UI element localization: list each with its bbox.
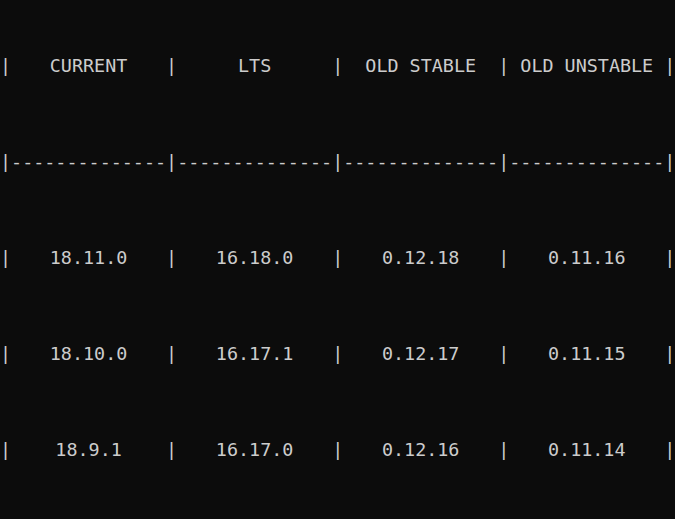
cell-old-unstable: -------------- xyxy=(509,150,664,174)
column-separator-pipe: | xyxy=(166,438,177,462)
table-separator-row: | -------------- | -------------- | ----… xyxy=(0,150,675,174)
column-separator-pipe: | xyxy=(332,342,343,366)
column-separator-pipe: | xyxy=(498,150,509,174)
column-separator-pipe: | xyxy=(332,150,343,174)
column-separator-pipe: | xyxy=(664,54,675,78)
column-separator-pipe: | xyxy=(0,438,11,462)
cell-old-stable: 0.12.18 xyxy=(343,246,498,270)
column-separator-pipe: | xyxy=(498,246,509,270)
cell-lts: 16.17.1 xyxy=(177,342,332,366)
column-separator-pipe: | xyxy=(166,246,177,270)
cell-current: CURRENT xyxy=(11,54,166,78)
column-separator-pipe: | xyxy=(498,438,509,462)
table-header-row: | CURRENT | LTS | OLD STABLE | OLD UNSTA… xyxy=(0,54,675,78)
cell-lts: 16.18.0 xyxy=(177,246,332,270)
cell-old-stable: 0.12.16 xyxy=(343,438,498,462)
cell-old-stable: 0.12.17 xyxy=(343,342,498,366)
terminal-window[interactable]: | CURRENT | LTS | OLD STABLE | OLD UNSTA… xyxy=(0,0,675,519)
cell-current: 18.10.0 xyxy=(11,342,166,366)
column-separator-pipe: | xyxy=(498,342,509,366)
column-separator-pipe: | xyxy=(664,150,675,174)
column-separator-pipe: | xyxy=(332,246,343,270)
column-separator-pipe: | xyxy=(332,438,343,462)
cell-lts: 16.17.0 xyxy=(177,438,332,462)
cell-old-unstable: 0.11.16 xyxy=(509,246,664,270)
cell-current: 18.9.1 xyxy=(11,438,166,462)
table-row: | 18.9.1 | 16.17.0 | 0.12.16 | 0.11.14 | xyxy=(0,438,675,462)
cell-current: 18.11.0 xyxy=(11,246,166,270)
cell-lts: -------------- xyxy=(177,150,332,174)
column-separator-pipe: | xyxy=(166,54,177,78)
column-separator-pipe: | xyxy=(166,150,177,174)
column-separator-pipe: | xyxy=(0,246,11,270)
cell-lts: LTS xyxy=(177,54,332,78)
column-separator-pipe: | xyxy=(664,246,675,270)
column-separator-pipe: | xyxy=(498,54,509,78)
table-row: | 18.11.0 | 16.18.0 | 0.12.18 | 0.11.16 … xyxy=(0,246,675,270)
version-table: | CURRENT | LTS | OLD STABLE | OLD UNSTA… xyxy=(0,6,675,519)
column-separator-pipe: | xyxy=(0,54,11,78)
column-separator-pipe: | xyxy=(0,342,11,366)
table-row: | 18.10.0 | 16.17.1 | 0.12.17 | 0.11.15 … xyxy=(0,342,675,366)
column-separator-pipe: | xyxy=(332,54,343,78)
column-separator-pipe: | xyxy=(0,150,11,174)
cell-old-stable: -------------- xyxy=(343,150,498,174)
column-separator-pipe: | xyxy=(664,438,675,462)
column-separator-pipe: | xyxy=(166,342,177,366)
cell-current: -------------- xyxy=(11,150,166,174)
cell-old-unstable: OLD UNSTABLE xyxy=(509,54,664,78)
cell-old-stable: OLD STABLE xyxy=(343,54,498,78)
column-separator-pipe: | xyxy=(664,342,675,366)
cell-old-unstable: 0.11.14 xyxy=(509,438,664,462)
cell-old-unstable: 0.11.15 xyxy=(509,342,664,366)
